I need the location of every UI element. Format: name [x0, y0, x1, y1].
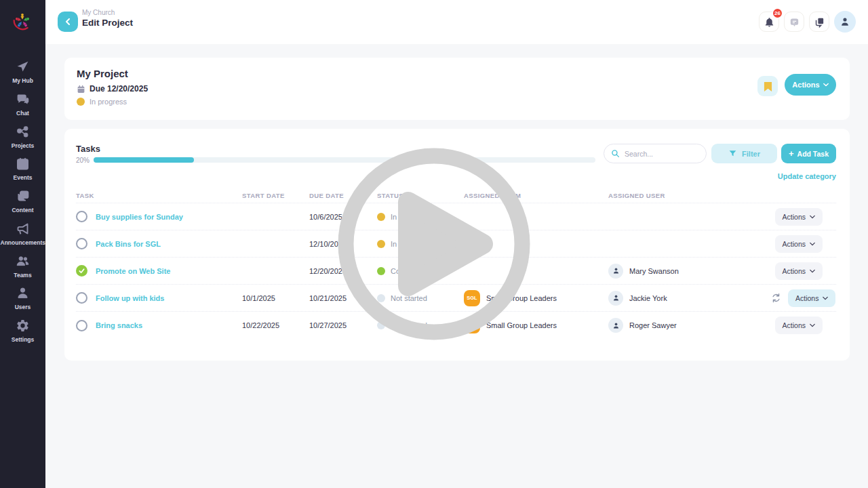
row-actions-button[interactable]: Actions	[775, 317, 823, 334]
sidebar-item-content[interactable]: Content	[0, 189, 45, 214]
search-box	[604, 144, 707, 163]
actions-label: Actions	[783, 321, 806, 329]
plus-icon: +	[789, 148, 794, 159]
app-window: My Hub Chat Projects Events Content Anno…	[0, 0, 868, 488]
start-date: 10/22/2025	[242, 321, 309, 329]
sidebar-item-label: Projects	[1, 143, 45, 150]
message-square-icon	[789, 16, 800, 28]
task-checkbox[interactable]	[76, 292, 87, 304]
task-checkbox[interactable]	[76, 238, 87, 249]
task-link[interactable]: Pack Bins for SGL	[96, 240, 242, 248]
video-play-button[interactable]	[332, 142, 536, 346]
gear-icon	[16, 319, 30, 336]
actions-label: Actions	[783, 240, 806, 248]
chevron-down-icon	[823, 296, 828, 301]
user-icon	[16, 286, 30, 303]
notification-badge: 26	[772, 7, 783, 19]
tasks-title: Tasks	[76, 144, 100, 154]
conversations-button[interactable]	[809, 12, 829, 32]
task-link[interactable]: Promote on Web Site	[96, 267, 242, 275]
sidebar-item-users[interactable]: Users	[0, 286, 45, 311]
filter-label: Filter	[742, 150, 760, 158]
project-status: In progress	[90, 98, 127, 106]
sidebar-item-teams[interactable]: Teams	[0, 254, 45, 279]
row-actions-button[interactable]: Actions	[775, 235, 823, 253]
sidebar-item-label: Content	[1, 207, 45, 214]
sidebar-item-label: Chat	[1, 110, 45, 117]
chevron-down-icon	[810, 214, 815, 220]
media-icon	[16, 189, 30, 206]
status-dot	[77, 98, 85, 106]
search-input[interactable]	[625, 150, 699, 158]
user-name: Roger Sawyer	[629, 321, 677, 329]
breadcrumb: My Church	[82, 9, 133, 16]
person-icon	[839, 16, 851, 28]
task-checkbox[interactable]	[76, 211, 87, 222]
actions-cell: Actions	[771, 208, 823, 226]
sidebar-item-label: Teams	[1, 272, 45, 279]
actions-label: Actions	[795, 294, 818, 302]
task-link[interactable]: Bring snacks	[96, 321, 242, 329]
sidebar-item-label: My Hub	[1, 78, 45, 85]
bookmark-icon	[764, 81, 772, 92]
sidebar: My Hub Chat Projects Events Content Anno…	[0, 0, 45, 488]
project-due-date: Due 12/20/2025	[90, 84, 148, 94]
actions-cell: Actions	[771, 235, 823, 253]
start-date: 10/1/2025	[242, 294, 309, 302]
row-actions-button[interactable]: Actions	[788, 289, 835, 307]
task-checkbox[interactable]	[76, 320, 87, 331]
sidebar-item-settings[interactable]: Settings	[0, 319, 45, 344]
task-link[interactable]: Follow up with kids	[96, 294, 242, 302]
task-link[interactable]: Buy supplies for Sunday	[96, 213, 242, 221]
column-assigned-user: ASSIGNED USER	[608, 192, 771, 199]
teams-icon	[16, 254, 30, 271]
filter-button[interactable]: Filter	[711, 144, 777, 163]
actions-cell: Actions	[771, 317, 823, 334]
sidebar-nav: My Hub Chat Projects Events Content Anno…	[0, 60, 45, 344]
sidebar-item-label: Settings	[1, 337, 45, 344]
sidebar-item-chat[interactable]: Chat	[0, 92, 45, 117]
back-button[interactable]	[58, 12, 78, 32]
search-icon	[611, 149, 620, 158]
person-icon	[612, 266, 620, 275]
person-icon	[612, 321, 620, 330]
profile-avatar[interactable]	[834, 11, 856, 33]
user-avatar	[608, 318, 623, 333]
row-actions-button[interactable]: Actions	[775, 262, 823, 280]
page-title: Edit Project	[82, 18, 133, 28]
actions-label: Actions	[792, 81, 819, 89]
column-task: TASK	[76, 192, 242, 199]
person-icon	[612, 293, 620, 302]
bookmark-button[interactable]	[757, 76, 778, 96]
notifications-button[interactable]: 26	[759, 12, 779, 32]
progress-bar-fill	[94, 157, 194, 163]
chevron-down-icon	[823, 82, 829, 87]
app-logo-icon[interactable]	[9, 8, 35, 34]
assigned-user-cell: Jackie York	[608, 291, 771, 306]
chevron-left-icon	[64, 18, 71, 25]
chevron-down-icon	[810, 268, 815, 274]
sidebar-item-projects[interactable]: Projects	[0, 125, 45, 150]
add-task-label: Add Task	[797, 150, 829, 158]
sidebar-item-label: Events	[1, 175, 45, 182]
project-status-row: In progress	[77, 98, 837, 106]
messages-button[interactable]	[784, 12, 804, 32]
assigned-user-cell: Mary Swanson	[608, 264, 771, 279]
sidebar-item-my-hub[interactable]: My Hub	[0, 60, 45, 85]
page-header: My Church Edit Project	[82, 9, 133, 28]
topbar-icons: 26	[759, 11, 856, 33]
sidebar-item-announcements[interactable]: Announcements	[0, 222, 45, 247]
user-avatar	[608, 291, 623, 306]
task-checkbox-checked[interactable]	[76, 265, 87, 277]
bell-icon	[764, 16, 775, 28]
update-category-link[interactable]: Update category	[778, 172, 836, 180]
progress-percent-label: 20%	[76, 157, 90, 164]
row-actions-button[interactable]: Actions	[775, 208, 823, 226]
project-actions-button[interactable]: Actions	[785, 74, 836, 96]
project-due-row: Due 12/20/2025	[77, 84, 837, 94]
main-content: My Project Due 12/20/2025 In progress Ac…	[45, 44, 868, 488]
sidebar-item-events[interactable]: Events	[0, 157, 45, 182]
actions-label: Actions	[783, 213, 806, 221]
send-icon	[16, 60, 30, 77]
add-task-button[interactable]: + Add Task	[781, 144, 836, 163]
